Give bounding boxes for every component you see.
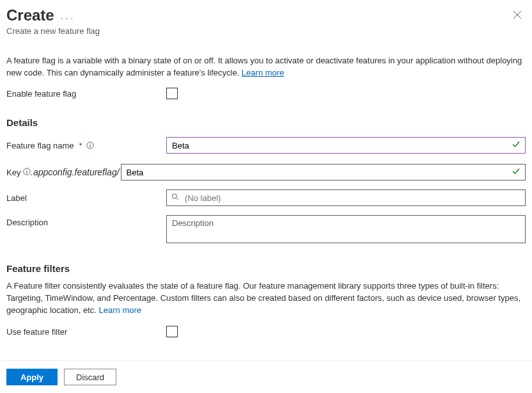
filters-learn-more-link[interactable]: Learn more [99,305,141,315]
search-icon [171,193,179,203]
description-label: Description [6,215,166,227]
apply-button[interactable]: Apply [6,369,58,385]
svg-rect-7 [26,171,27,173]
more-icon[interactable]: · · · [61,13,73,23]
label-field-label: Label [6,193,166,203]
use-feature-filter-checkbox[interactable] [166,326,178,337]
page-title: Create [6,6,54,25]
info-icon[interactable] [86,141,94,149]
details-heading: Details [6,117,526,128]
intro-text: A feature flag is a variable with a bina… [6,55,526,79]
description-textarea[interactable] [166,215,526,243]
svg-point-8 [172,194,176,198]
enable-feature-flag-label: Enable feature flag [6,89,166,99]
key-label: Key [6,168,20,177]
feature-flag-name-label-text: Feature flag name [6,141,74,150]
key-input[interactable] [121,164,526,180]
page-subtitle: Create a new feature flag [6,26,526,36]
feature-filters-heading: Feature filters [6,263,526,274]
feature-filters-body: A Feature filter consistently evaluates … [6,281,520,315]
close-icon[interactable] [513,10,522,21]
use-feature-filter-label: Use feature filter [6,327,166,337]
feature-flag-name-input[interactable] [166,137,526,154]
required-asterisk: * [79,141,82,150]
checkmark-icon [512,140,520,151]
info-icon[interactable] [23,168,31,175]
intro-learn-more-link[interactable]: Learn more [242,68,284,77]
checkmark-icon [512,167,520,178]
feature-flag-name-label: Feature flag name * [6,141,166,150]
svg-line-9 [176,198,178,200]
svg-point-3 [90,143,90,144]
feature-filters-text: A Feature filter consistently evaluates … [6,280,526,317]
discard-button[interactable]: Discard [64,369,116,385]
svg-point-6 [26,170,27,170]
key-prefix: .appconfig.featureflag/ [31,167,120,177]
label-input[interactable] [166,189,526,206]
enable-feature-flag-checkbox[interactable] [166,88,178,99]
svg-rect-4 [90,145,90,147]
